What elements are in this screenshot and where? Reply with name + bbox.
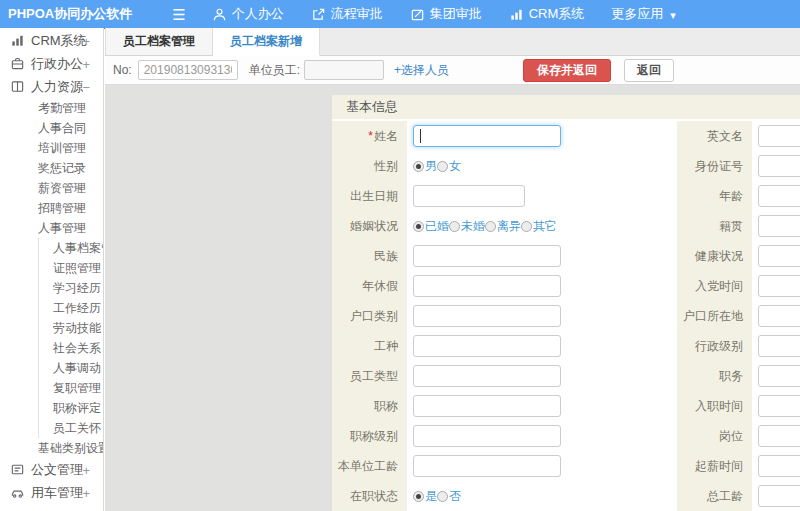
radio-selected-icon[interactable] (413, 491, 424, 502)
sidebar-item[interactable]: 人事档案管理 (38, 238, 103, 258)
form-text-input[interactable] (758, 365, 800, 387)
expand-icon[interactable]: + (74, 181, 82, 196)
form-text-input[interactable] (758, 485, 800, 507)
main-area: 员工档案管理 员工档案新增 No: 单位员工: +选择人员 保存并返回 返回 基… (105, 28, 800, 511)
topnav-item-label: CRM系统 (529, 5, 585, 23)
sidebar-item[interactable]: 奖惩记录 (0, 158, 103, 178)
form-text-input[interactable] (758, 455, 800, 477)
sidebar-item[interactable]: 社会关系 (38, 338, 103, 358)
expand-icon[interactable]: + (74, 441, 82, 456)
collapse-icon[interactable]: − (82, 79, 90, 94)
form-text-input[interactable] (758, 125, 800, 147)
radio-option[interactable]: 是 (413, 488, 437, 505)
tab-employee-archive-new[interactable]: 员工档案新增 (213, 28, 320, 56)
sidebar-item[interactable]: 基础类别设置+ (0, 438, 103, 458)
expand-icon[interactable]: + (82, 462, 90, 477)
sidebar-item[interactable]: 复职管理 (38, 378, 103, 398)
radio-unselected-icon[interactable] (485, 221, 496, 232)
form-text-input[interactable] (413, 305, 561, 327)
sidebar-item[interactable]: 工作经历 (38, 298, 103, 318)
no-input[interactable] (138, 60, 238, 80)
radio-unselected-icon[interactable] (437, 161, 448, 172)
form-label: 职务 (719, 368, 743, 385)
sidebar-item[interactable]: 人事调动 (38, 358, 103, 378)
sidebar-item[interactable]: 证照管理 (38, 258, 103, 278)
form-text-input[interactable] (413, 125, 561, 147)
radio-option[interactable]: 离异 (485, 218, 521, 235)
top-navigation: 个人办公流程审批集团审批CRM系统更多应用▾ (212, 5, 676, 23)
sidebar-item[interactable]: 劳动技能 (38, 318, 103, 338)
sidebar-item[interactable]: 培训管理 (0, 138, 103, 158)
menu-icon[interactable]: ☰ (172, 7, 185, 22)
sidebar-item[interactable]: 人事合同 (0, 118, 103, 138)
form-text-input[interactable] (413, 245, 561, 267)
form-text-input[interactable] (413, 455, 561, 477)
form-text-input[interactable] (413, 185, 525, 207)
sidebar-item[interactable]: 公文管理+ (0, 458, 103, 481)
sidebar-item[interactable]: 用车管理+ (0, 481, 103, 504)
expand-icon[interactable]: + (82, 56, 90, 71)
form-text-input[interactable] (413, 395, 561, 417)
form-text-input[interactable] (758, 305, 800, 327)
section-title: 基本信息 (332, 95, 800, 121)
topnav-item[interactable]: 流程审批 (311, 5, 383, 23)
sidebar-item[interactable]: 行政办公+ (0, 52, 103, 75)
collapse-icon[interactable]: − (74, 221, 82, 236)
topnav-item[interactable]: CRM系统 (509, 5, 585, 23)
form-text-input[interactable] (758, 155, 800, 177)
form-text-input[interactable] (758, 185, 800, 207)
radio-option[interactable]: 已婚 (413, 218, 449, 235)
radio-option[interactable]: 男 (413, 158, 437, 175)
app-logo: PHPOA协同办公软件 (0, 5, 132, 23)
form-text-input[interactable] (758, 215, 800, 237)
sidebar-item[interactable]: 学习经历 (38, 278, 103, 298)
form-field-cell (407, 121, 677, 151)
topnav-item[interactable]: 更多应用▾ (611, 5, 676, 23)
radio-selected-icon[interactable] (413, 221, 424, 232)
expand-icon[interactable]: + (82, 33, 90, 48)
topnav-item[interactable]: 个人办公 (212, 5, 284, 23)
sidebar-item[interactable]: 人力资源− (0, 75, 103, 98)
unit-employee-label: 单位员工: (249, 62, 300, 79)
form-text-input[interactable] (758, 245, 800, 267)
topnav-item[interactable]: 集团审批 (410, 5, 482, 23)
sidebar-item[interactable]: 考勤管理 (0, 98, 103, 118)
radio-option-label: 女 (449, 158, 461, 175)
radio-option[interactable]: 未婚 (449, 218, 485, 235)
radio-unselected-icon[interactable] (437, 491, 448, 502)
form-text-input[interactable] (413, 335, 561, 357)
radio-option[interactable]: 女 (437, 158, 461, 175)
form-text-input[interactable] (758, 275, 800, 297)
form-label-cell: 年休假 (332, 271, 407, 301)
form-text-input[interactable] (413, 275, 561, 297)
form-text-input[interactable] (413, 365, 561, 387)
tab-employee-archive-management[interactable]: 员工档案管理 (105, 28, 213, 55)
sidebar-item[interactable]: 人事管理− (0, 218, 103, 238)
radio-unselected-icon[interactable] (521, 221, 532, 232)
form-label: 职称级别 (350, 428, 398, 445)
select-person-link[interactable]: +选择人员 (394, 62, 449, 79)
expand-icon[interactable]: + (74, 201, 82, 216)
form-field-cell (752, 181, 800, 211)
save-and-return-button[interactable]: 保存并返回 (523, 59, 611, 82)
sidebar-item[interactable]: 薪资管理+ (0, 178, 103, 198)
form-field-cell (752, 241, 800, 271)
sidebar-item[interactable]: 招聘管理+ (0, 198, 103, 218)
back-button[interactable]: 返回 (624, 59, 674, 82)
radio-selected-icon[interactable] (413, 161, 424, 172)
sidebar-item[interactable]: 员工关怀 (38, 418, 103, 438)
radio-option[interactable]: 其它 (521, 218, 557, 235)
radio-option[interactable]: 否 (437, 488, 461, 505)
radio-unselected-icon[interactable] (449, 221, 460, 232)
form-text-input[interactable] (758, 335, 800, 357)
form-label-cell: 性别 (332, 151, 407, 181)
sidebar-item[interactable]: CRM系统+ (0, 29, 103, 52)
form-field-cell (407, 301, 677, 331)
expand-icon[interactable]: + (82, 485, 90, 500)
sidebar-item-label: 员工关怀 (53, 420, 101, 437)
form-text-input[interactable] (758, 425, 800, 447)
sidebar-item[interactable]: 职称评定 (38, 398, 103, 418)
unit-employee-input[interactable] (304, 60, 384, 80)
form-text-input[interactable] (758, 395, 800, 417)
form-text-input[interactable] (413, 425, 561, 447)
